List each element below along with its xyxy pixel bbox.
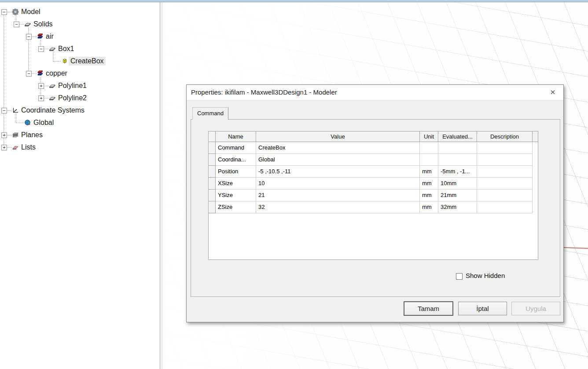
tree-item-air[interactable]: air [44, 32, 55, 41]
show-hidden-label: Show Hidden [466, 272, 505, 279]
tree-item-coordinate-systems[interactable]: Coordinate Systems [19, 106, 86, 115]
model-tree-panel: −Model−Solids−air−Box1CreateBox−copper+P… [0, 2, 160, 369]
collapse-toggle-icon[interactable]: − [38, 46, 44, 52]
tree-item-copper[interactable]: copper [44, 69, 69, 78]
apply-button: Uygula [511, 302, 560, 315]
cell-c3[interactable] [420, 142, 438, 154]
collapse-toggle-icon[interactable]: − [26, 71, 32, 77]
expand-toggle-icon[interactable]: + [1, 145, 7, 150]
table-row: XSize10mm10mm [209, 178, 538, 190]
tree-connector [16, 123, 24, 123]
cell-c4[interactable]: 10mm [438, 178, 477, 190]
tree-item-global[interactable]: Global [32, 118, 55, 127]
header-name[interactable]: Name [216, 132, 256, 142]
collapse-toggle-icon[interactable]: − [1, 108, 7, 113]
properties-dialog: Properties: ikifilam - Maxwell3DDesign1 … [186, 84, 564, 322]
row-selector[interactable] [209, 201, 216, 213]
cell-c5[interactable] [477, 178, 533, 190]
header-value[interactable]: Value [256, 132, 420, 142]
dialog-titlebar[interactable]: Properties: ikifilam - Maxwell3DDesign1 … [187, 85, 563, 100]
tree-item-polyline1[interactable]: Polyline1 [56, 81, 88, 90]
cell-c3[interactable]: mm [420, 166, 438, 178]
cell-c2[interactable]: -5 ,-10.5 ,-11 [256, 166, 420, 178]
tree-item-polyline2[interactable]: Polyline2 [56, 94, 88, 102]
cell-c3[interactable]: mm [420, 190, 438, 201]
tree-item-createbox[interactable]: CreateBox [69, 57, 106, 66]
cell-c5[interactable] [477, 166, 533, 178]
tab-command[interactable]: Command [192, 107, 228, 120]
property-grid-rows: CommandCreateBoxCoordina...GlobalPositio… [209, 142, 538, 213]
show-hidden-checkbox[interactable] [456, 273, 463, 280]
tree-item-box1[interactable]: Box1 [56, 44, 76, 53]
cell-c1[interactable]: Position [216, 166, 256, 178]
expand-toggle-icon[interactable]: + [38, 95, 44, 101]
tree-connector [44, 98, 49, 99]
ok-button[interactable]: Tamam [404, 302, 453, 315]
cell-c3[interactable] [420, 154, 438, 166]
cell-c5[interactable] [477, 190, 533, 201]
property-grid: Name Value Unit Evaluated... Description… [208, 131, 538, 260]
tree-item-solids[interactable]: Solids [32, 20, 55, 29]
collapse-toggle-icon[interactable]: − [26, 34, 32, 40]
tree-connector [19, 24, 24, 25]
cell-c4[interactable]: 21mm [438, 190, 477, 201]
globe-icon [24, 119, 31, 126]
material-stack-icon [37, 70, 44, 77]
header-evaluated[interactable]: Evaluated... [438, 132, 477, 142]
cell-c1[interactable]: ZSize [216, 201, 256, 213]
header-unit[interactable]: Unit [420, 132, 438, 142]
cell-c4[interactable] [438, 154, 477, 166]
tree-connector [4, 15, 4, 147]
solid-sheet-icon [24, 21, 31, 28]
cell-c4[interactable]: 32mm [438, 201, 477, 213]
cell-c2[interactable]: CreateBox [256, 142, 420, 154]
cell-c2[interactable]: 10 [256, 178, 420, 190]
collapse-toggle-icon[interactable]: − [1, 9, 7, 15]
tree-item-planes[interactable]: Planes [19, 131, 44, 139]
cell-c1[interactable]: XSize [216, 178, 256, 190]
solid-sheet-icon [49, 95, 56, 102]
property-grid-header: Name Value Unit Evaluated... Description [209, 132, 538, 142]
row-selector[interactable] [209, 142, 216, 154]
cell-c5[interactable] [477, 201, 533, 213]
cell-c2[interactable]: 32 [256, 201, 420, 213]
header-description[interactable]: Description [477, 132, 533, 142]
cell-c2[interactable]: 21 [256, 190, 420, 201]
row-selector[interactable] [209, 178, 216, 190]
tree-item-lists[interactable]: Lists [19, 143, 37, 152]
header-filler [533, 132, 538, 142]
cell-c4[interactable]: -5mm , -1... [438, 166, 477, 178]
expand-toggle-icon[interactable]: + [1, 132, 7, 138]
tree-connector [31, 37, 37, 37]
row-selector[interactable] [209, 154, 216, 166]
collapse-toggle-icon[interactable]: − [14, 22, 19, 27]
cell-c1[interactable]: YSize [216, 190, 256, 201]
cell-c1[interactable]: Command [216, 142, 256, 154]
material-stack-icon [37, 33, 44, 40]
tree-connector [7, 12, 12, 12]
expand-toggle-icon[interactable]: + [38, 83, 44, 89]
cell-c5[interactable] [477, 142, 533, 154]
close-icon[interactable]: ✕ [543, 85, 562, 100]
table-row: Position-5 ,-10.5 ,-11mm-5mm , -1... [209, 166, 538, 178]
cell-c2[interactable]: Global [256, 154, 420, 166]
tree-connector [16, 113, 16, 123]
tree-connector [44, 86, 49, 86]
cancel-button[interactable]: İptal [458, 302, 507, 315]
cell-c3[interactable]: mm [420, 178, 438, 190]
cell-c1[interactable]: Coordina... [216, 154, 256, 166]
solid-sheet-icon [49, 45, 56, 52]
cell-c5[interactable] [477, 154, 533, 166]
cell-c4[interactable] [438, 142, 477, 154]
table-row: CommandCreateBox [209, 142, 538, 154]
row-selector[interactable] [209, 166, 216, 178]
header-row-selector[interactable] [209, 132, 216, 142]
row-selector[interactable] [209, 190, 216, 201]
cell-c3[interactable]: mm [420, 201, 438, 213]
table-row: ZSize32mm32mm [209, 201, 538, 213]
tree-connector [44, 49, 49, 49]
tree-item-model[interactable]: Model [19, 7, 42, 16]
tree-connector [31, 73, 37, 74]
table-row: YSize21mm21mm [209, 190, 538, 201]
lists-icon [12, 144, 19, 151]
